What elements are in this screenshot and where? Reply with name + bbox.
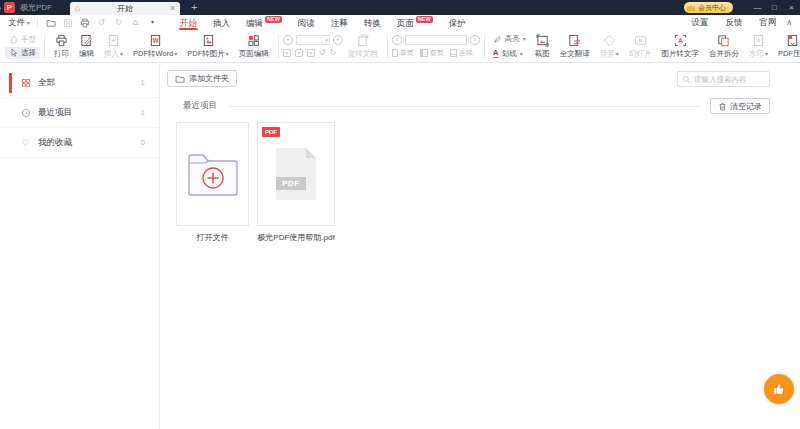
cursor-icon — [9, 48, 18, 57]
fit-width-icon[interactable] — [307, 49, 315, 57]
sidebar-item-all[interactable]: 全部 1 — [0, 68, 159, 98]
merge-split-button[interactable]: 合并拆分 — [704, 31, 744, 61]
translate-button[interactable]: 全文翻译 — [555, 31, 595, 61]
search-box — [677, 71, 770, 87]
single-page-label: 单页 — [400, 48, 414, 58]
watermark-button[interactable]: 水印▾ — [744, 31, 773, 61]
file-menu[interactable]: 文件 ▾ — [8, 17, 30, 29]
settings-link[interactable]: 设置 — [691, 17, 708, 29]
maximize-button[interactable]: □ — [766, 0, 783, 15]
file-menu-label: 文件 — [8, 17, 25, 29]
quick-access-toolbar: ↺ ↻ ⌂ ▾ — [45, 17, 158, 28]
clear-history-button[interactable]: 清空记录 — [710, 98, 770, 114]
undo-icon[interactable]: ↺ — [96, 17, 107, 28]
menubar: 文件 ▾ ↺ ↻ ⌂ ▾ 开始 插入 编辑NEW 阅读 注释 转换 — [0, 15, 800, 30]
pdf-document-icon: PDF — [276, 148, 316, 200]
open-file-card-body[interactable] — [176, 122, 249, 226]
page-number-input[interactable] — [405, 35, 467, 45]
slideshow-button[interactable]: 幻灯片 — [624, 31, 657, 61]
tab-label: 保护 — [449, 16, 466, 30]
ribbon-tab-page[interactable]: 页面NEW — [389, 15, 441, 30]
minimize-button[interactable]: — — [749, 0, 766, 15]
collapse-ribbon-icon[interactable]: ∧ — [786, 18, 792, 27]
sidebar-item-label: 最近项目 — [38, 107, 72, 119]
image-to-text-label: 图片转文字 — [661, 49, 699, 59]
actual-size-icon[interactable] — [283, 49, 291, 57]
screenshot-button[interactable]: 截图 — [530, 31, 555, 61]
ribbon-tab-convert[interactable]: 转换 — [356, 15, 389, 30]
ribbon-tab-annotate[interactable]: 注释 — [323, 15, 356, 30]
hand-tool-label: 手型 — [21, 35, 36, 45]
pdf-file-card-body[interactable]: PDF PDF — [257, 122, 335, 226]
ribbon-tab-protect[interactable]: 保护 — [441, 15, 474, 30]
rotate-document-button[interactable]: 旋转文档 — [343, 31, 383, 61]
ribbon-tab-start[interactable]: 开始 — [172, 15, 205, 30]
print-button[interactable]: 打印 — [49, 31, 74, 61]
print-icon[interactable] — [79, 18, 90, 28]
tab-close-icon[interactable]: × — [170, 4, 175, 13]
home-quick-icon[interactable]: ⌂ — [130, 17, 141, 28]
tab-label: 注释 — [331, 16, 348, 30]
background-button[interactable]: 背景▾ — [595, 31, 624, 61]
close-button[interactable]: × — [783, 0, 800, 15]
single-page-view-button[interactable]: 单页 — [392, 48, 414, 58]
hand-tool-button[interactable]: 手型 — [5, 34, 40, 46]
chevron-down-icon: ▾ — [325, 37, 328, 43]
page-edit-button[interactable]: 页面编辑 — [234, 31, 274, 61]
fit-page-icon[interactable] — [295, 49, 303, 57]
zoom-level-select[interactable]: ▾ — [296, 35, 330, 45]
save-icon[interactable] — [62, 18, 73, 28]
ribbon-tab-insert[interactable]: 插入 — [205, 15, 238, 30]
new-tab-button[interactable]: + — [191, 2, 197, 13]
ribbon-tab-read[interactable]: 阅读 — [290, 15, 323, 30]
slideshow-label: 幻灯片 — [629, 49, 652, 59]
sidebar-item-recent[interactable]: 最近项目 1 — [0, 98, 159, 128]
chevron-down-icon: ▾ — [616, 50, 619, 57]
image-to-text-button[interactable]: A 图片转文字 — [656, 31, 704, 61]
highlight-button[interactable]: 高亮 ▾ — [489, 33, 530, 45]
redo-icon[interactable]: ↻ — [113, 17, 124, 28]
next-page-icon[interactable]: › — [470, 35, 480, 45]
continuous-view-button[interactable]: 连续 — [450, 48, 473, 58]
rotate-left-icon[interactable]: ↺ — [319, 48, 326, 57]
zoom-in-icon[interactable]: + — [333, 35, 343, 45]
tab-label: 插入 — [213, 16, 230, 30]
double-page-view-button[interactable]: 双页 — [420, 48, 444, 58]
rotate-right-icon[interactable]: ↻ — [330, 48, 337, 57]
divider — [387, 34, 388, 58]
underline-label: 划线 — [502, 49, 517, 59]
member-center-button[interactable]: 会员中心 — [684, 2, 733, 13]
edit-button[interactable]: 编辑 — [74, 31, 99, 61]
insert-button[interactable]: 插入▾ — [99, 31, 128, 61]
page-navigation: ‹ › 单页 双页 连续 — [392, 35, 480, 58]
search-input[interactable] — [694, 75, 765, 84]
open-file-icon[interactable] — [45, 18, 56, 28]
pdf-to-word-button[interactable]: W PDF转Word▾ — [128, 31, 182, 61]
hand-icon — [9, 35, 18, 44]
pdf-compress-label: PDF压缩 — [778, 49, 800, 59]
select-tool-button[interactable]: 选择 — [5, 47, 40, 59]
pdf-to-image-button[interactable]: PDF转图片▾ — [182, 31, 234, 61]
pointer-tools: 手型 选择 — [5, 34, 40, 59]
heart-icon: ♡ — [20, 138, 31, 148]
website-link[interactable]: 官网 — [759, 17, 776, 29]
open-file-card[interactable]: 打开文件 — [176, 122, 249, 243]
grid-icon — [20, 78, 31, 88]
zoom-out-icon[interactable]: − — [283, 35, 293, 45]
add-folder-button[interactable]: 添加文件夹 — [167, 70, 237, 87]
toolbar-overflow-icon[interactable]: › — [795, 38, 798, 48]
merge-split-label: 合并拆分 — [709, 49, 739, 59]
section-title: 最近项目 — [183, 100, 217, 112]
translate-label: 全文翻译 — [560, 49, 590, 59]
sidebar-item-favorites[interactable]: ♡ 我的收藏 0 — [0, 128, 159, 158]
underline-button[interactable]: 划线 ▾ — [489, 48, 530, 60]
ribbon-tab-edit[interactable]: 编辑NEW — [238, 15, 290, 30]
previous-page-icon[interactable]: ‹ — [392, 35, 402, 45]
chevron-down-icon: ▾ — [27, 19, 30, 26]
feedback-link[interactable]: 反馈 — [725, 17, 742, 29]
quick-access-dropdown-icon[interactable]: ▾ — [147, 17, 158, 28]
document-tab-start[interactable]: ⌂ 开始 × — [70, 2, 180, 15]
annotation-tools: 高亮 ▾ 划线 ▾ — [489, 33, 530, 60]
feedback-thumbs-up-button[interactable] — [764, 374, 794, 404]
pdf-file-card[interactable]: PDF PDF 极光PDF使用帮助.pdf — [257, 122, 335, 243]
